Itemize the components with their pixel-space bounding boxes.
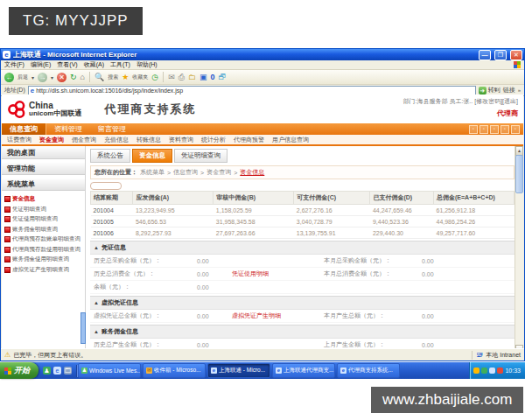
tray-icon[interactable]: [497, 368, 503, 374]
tree-item[interactable]: 账务佣金使用明细查询: [4, 256, 85, 263]
menu-edit[interactable]: 编辑(E): [31, 60, 51, 69]
back-dropdown-icon[interactable]: ▾: [32, 74, 34, 80]
menu-favorites[interactable]: 收藏(A): [84, 60, 104, 69]
submenu-item[interactable]: 充值信息: [104, 136, 129, 144]
print-icon[interactable]: ⎙: [178, 73, 185, 82]
nav-tool-icon[interactable]: ▫: [480, 125, 488, 134]
refresh-icon[interactable]: ↻: [70, 73, 77, 82]
change-password-link[interactable]: [修改密码]: [474, 98, 502, 104]
mail-icon: ✉: [146, 368, 152, 374]
tray-icon[interactable]: [473, 368, 480, 374]
tray-icon[interactable]: [481, 368, 487, 374]
nav-tab-info-query[interactable]: 信息查询: [2, 123, 46, 135]
search-icon[interactable]: 🔍: [94, 73, 104, 82]
tree-item[interactable]: 代理商预存款账单明细查询: [4, 235, 85, 243]
section-header-virtual-voucher[interactable]: ▲ 虚拟凭证信息: [90, 296, 514, 310]
address-input[interactable]: e http://dls.sh.unicom.local:15016/dls/j…: [28, 86, 476, 95]
forward-icon[interactable]: →: [38, 73, 47, 82]
breadcrumb-item[interactable]: 系统菜单: [140, 168, 164, 177]
nav-tool-icon[interactable]: ▫: [500, 125, 509, 134]
menu-view[interactable]: 查看(V): [57, 60, 77, 69]
mail-icon[interactable]: ✉: [168, 73, 175, 82]
submenu-item-active[interactable]: 资金查询: [39, 136, 64, 144]
tree-item[interactable]: 代理商预存款使用明细查询: [4, 246, 85, 254]
task-agent-portal[interactable]: e 上海联通代理商支...: [272, 363, 335, 378]
quicklaunch-desktop-icon[interactable]: 🗔: [64, 367, 72, 374]
scrollbar-thumb[interactable]: [515, 155, 523, 193]
nav-tool-icon[interactable]: ▫: [469, 125, 478, 134]
nav-tab-data-mgmt[interactable]: 资料管理: [46, 123, 90, 135]
nav-tool-icon[interactable]: ▫: [511, 125, 520, 134]
breadcrumb-item-current[interactable]: 资金信息: [240, 168, 264, 177]
menu-file[interactable]: 文件(F): [4, 60, 24, 69]
table-row: 201004 13,223,949.95 1,158,025.59 2,627,…: [91, 205, 514, 216]
field-label: 虚拟凭证总金额（元）：: [94, 312, 197, 320]
quicklaunch-messenger-icon[interactable]: ♟: [43, 367, 51, 374]
breadcrumb-item[interactable]: 资金查询: [206, 168, 231, 177]
submenu-item[interactable]: 佣金查询: [72, 136, 96, 144]
stop-icon[interactable]: ✕: [57, 73, 66, 82]
tree-item-fund-info[interactable]: 资金信息: [4, 195, 85, 203]
menu-help[interactable]: 帮助(H): [136, 60, 158, 69]
tree-item[interactable]: 凭证明细查询: [4, 206, 85, 214]
task-agent-system[interactable]: e 代理商支持系统...: [337, 363, 400, 378]
favorites-icon[interactable]: ★: [122, 73, 129, 82]
home-icon[interactable]: ⌂: [80, 73, 85, 82]
links-label[interactable]: 链接: [503, 86, 515, 94]
titlebar[interactable]: e 上海联通 - Microsoft Internet Explorer — ❐…: [1, 49, 524, 60]
go-button[interactable]: ➜ 转到: [479, 86, 500, 94]
page-error-icon[interactable]: ⚠: [4, 351, 10, 359]
vertical-scrollbar[interactable]: ▲ ▼: [514, 146, 523, 349]
logout-link[interactable]: [退出]: [502, 98, 518, 104]
task-inbox[interactable]: ✉ 收件箱 - Microso...: [143, 363, 206, 378]
nav-tool-icon[interactable]: ▫: [490, 125, 499, 134]
detail-link[interactable]: 凭证使用明细: [232, 270, 324, 278]
submenu-item[interactable]: 代理商预警: [234, 136, 264, 144]
breadcrumb-label: 您所在的位置：: [94, 168, 137, 177]
breadcrumb-item[interactable]: 信息查询: [173, 168, 198, 177]
submenu-item[interactable]: 转账信息: [136, 136, 161, 144]
start-button[interactable]: 开始: [0, 362, 38, 379]
messenger-icon[interactable]: ▣: [200, 73, 207, 82]
section-header-account-commission[interactable]: ▲ 账务佣金信息: [90, 325, 514, 339]
field-value: 0.00: [197, 342, 232, 348]
submenu-item[interactable]: 话费查询: [7, 136, 32, 144]
tree-item[interactable]: 凭证使用明细查询: [4, 215, 85, 223]
sidebar-section-system-menu[interactable]: 系统菜单: [2, 178, 85, 191]
maximize-button[interactable]: ❐: [494, 50, 507, 60]
tab-voucher-detail[interactable]: 凭证明细查询: [174, 149, 228, 163]
quicklaunch-ie-icon[interactable]: e: [53, 367, 61, 374]
col-period: 结算账期: [91, 192, 133, 205]
back-icon[interactable]: ←: [4, 73, 14, 82]
fetion-icon[interactable]: 0: [210, 73, 214, 82]
close-button[interactable]: ✕: [510, 50, 522, 60]
submenu-item[interactable]: 用户信息查询: [272, 136, 309, 144]
submenu-item[interactable]: 资料查询: [169, 136, 193, 144]
col-c: 可支付佣金(C): [294, 192, 370, 205]
sidebar-section-my-desktop[interactable]: 我的桌面: [2, 146, 85, 159]
task-shanghai-unicom-active[interactable]: e 上海联通 - Micro...: [207, 363, 270, 378]
tree-item[interactable]: 虚拟凭证产生明细查询: [4, 266, 85, 274]
forward-dropdown-icon[interactable]: ▾: [51, 74, 53, 80]
submenu-item[interactable]: 统计分析: [201, 136, 226, 144]
tab-fund-info[interactable]: 资金信息: [132, 149, 172, 163]
tree-node-icon: [4, 247, 10, 253]
folder-icon[interactable]: 🗀: [188, 73, 196, 82]
info-row: 余额（元）： 0.00: [90, 281, 514, 294]
minimize-button[interactable]: —: [479, 50, 491, 60]
history-icon[interactable]: ◷: [151, 73, 158, 82]
query-toggle-button[interactable]: [90, 182, 122, 190]
section-header-voucher[interactable]: ▲ 凭证信息: [90, 241, 514, 255]
links-chevron-icon[interactable]: »: [518, 88, 521, 93]
task-windows-live[interactable]: ♟ Windows Live Mes...: [78, 363, 141, 378]
sidebar-section-mgmt[interactable]: 管理功能: [2, 162, 85, 175]
tray-icon[interactable]: [489, 368, 495, 374]
cell-value: 546,656.53: [133, 216, 214, 228]
tree-item[interactable]: 账务佣金明细查询: [4, 226, 85, 234]
toolbar-separator: [163, 72, 164, 82]
tab-system-notice[interactable]: 系统公告: [90, 149, 130, 163]
detail-link[interactable]: 虚拟凭证产生明细: [232, 312, 324, 320]
nav-tab-message-mgmt[interactable]: 留言管理: [90, 123, 134, 135]
menu-tools[interactable]: 工具(T): [110, 60, 130, 69]
discuss-icon[interactable]: 🗗: [218, 73, 226, 82]
